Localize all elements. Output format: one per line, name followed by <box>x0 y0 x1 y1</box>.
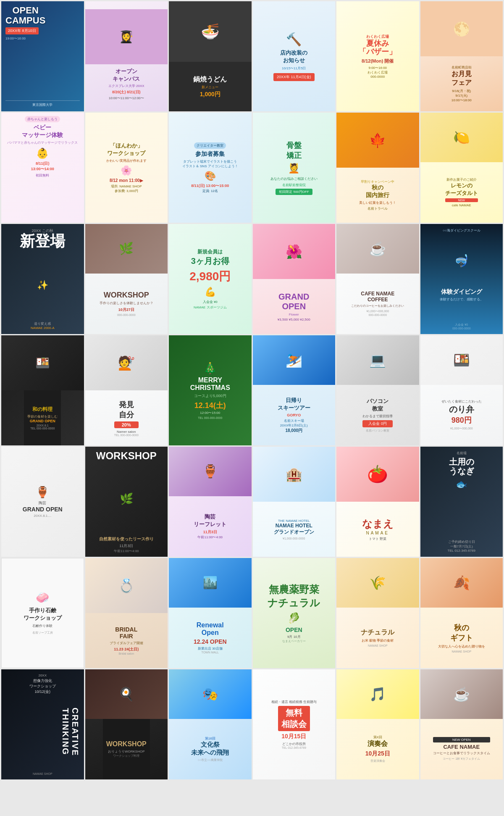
card-6-6[interactable]: 🍂 秋のギフト 大切な人へ心を込めた贈り物を NAMAE SHOP <box>420 558 503 668</box>
card-title: NAMAE HOTELグランドオープン <box>274 523 314 536</box>
card-5-6[interactable]: 名前場 土用のうなぎ 🐟 ご予約締め切り日一般7月7日(土)TEL 012-34… <box>420 447 503 557</box>
card-title: 無料相談会 <box>278 706 310 731</box>
card-2-2[interactable]: 「ほんわか」ワークショップ かわいい実用品が作れます 🌸 8/12 mon 11… <box>85 113 168 223</box>
card-7-4[interactable]: 相続・遺言 相続税務 生前贈与 無料相談会 10月15日 どこかの市役所 TEL… <box>253 669 336 779</box>
card-6-5[interactable]: 🌾 ナチュラル お米 穀物 季節の食材 NAMAE SHOP <box>336 558 419 668</box>
card-7-6[interactable]: ☕ NEW OPEN CAFE NAMAE コーヒーとお食事でリラックスタイム … <box>420 669 503 779</box>
card-5-2[interactable]: WORKSHOP 🌿 自然素材を使ったリース作り 11月3日 午前11:00〜4… <box>85 447 168 557</box>
card-5-1[interactable]: 🏺 陶芸 GRAND OPEN 20XX.8.1.... <box>1 447 84 557</box>
card-2-1[interactable]: 赤ちゃんと楽しもう ベビーマッサージ体験 パパママと赤ちゃんのマッサージでリラッ… <box>1 113 84 223</box>
card-3-2[interactable]: 🌿 WORKSHOP 手作りの楽しさを体験しませんか？ 10月27日 000-0… <box>85 224 168 334</box>
card-title: BRIDALFAIR <box>110 626 143 640</box>
card-5-3[interactable]: 🏺 陶芸リーフレット 11月3日 午前11:00〜4:00 <box>169 447 252 557</box>
card-title: 骨盤矯正 <box>286 140 302 161</box>
card-title: MERRYCHRISTMAS <box>190 376 230 392</box>
card-7-2[interactable]: 🍳 WORKSHOP おりょうりWORKSHOP ワークショップ料理 <box>85 669 168 779</box>
card-title: 秋のギフト <box>438 623 485 643</box>
card-title: 体験ダイビング <box>440 288 483 296</box>
card-1-3[interactable]: 🍜 鍋焼うどん 新メニュー 1,000円 <box>169 1 252 111</box>
card-title: 店内改装のお知らせ <box>280 49 307 64</box>
card-title: ナチュラル <box>361 628 394 637</box>
card-date: 20XX年 8月10日 <box>5 27 39 34</box>
card-title: 無農薬野菜ナチュラル <box>268 583 320 610</box>
card-title: レモンのチーズタルト <box>445 182 478 197</box>
card-title: なまえ <box>362 517 394 531</box>
card-title: 夏休み「バザー」 <box>359 39 396 56</box>
card-3-1[interactable]: 20XX この秋 新登場 ✨ 道り変え感 NAMAE 2000-A <box>1 224 84 334</box>
card-1-2[interactable]: 👩‍🎓 オープンキャンパス エクスプレス大学 20XX 8/20(土) 8/21… <box>85 1 168 111</box>
card-4-6[interactable]: 🍱 ぜいたく食材にこだわった のり弁 980円 ¥1,000〜000,000 <box>420 335 503 445</box>
card-7-1[interactable]: 20XX 想像力強化ワークショップ10/12(金) CREATIVE THINK… <box>1 669 84 779</box>
card-title: CAFE NAMAECOFFEE <box>351 291 404 303</box>
card-title: オープンキャンパス <box>89 68 165 83</box>
card-title: 土用のうなぎ <box>425 457 499 476</box>
card-title: 文化祭未来への飛翔 <box>191 741 229 757</box>
card-6-4[interactable]: 無農薬野菜ナチュラル 🥬 OPEN 9月 10月 なまえベーカリー <box>253 558 336 668</box>
card-6-2[interactable]: 💍 BRIDALFAIR ブライダルフェア開催 11.23 24(土日) Bri… <box>85 558 168 668</box>
card-1-5[interactable]: わくわく広場 夏休み「バザー」 8/12(Mon) 開催 9:00〜16:00 … <box>336 1 419 111</box>
card-2-5[interactable]: 🍁 早割りキャンペーン中 秋の国内旅行 美しい紅葉を楽しもう！ 名前トラベル <box>336 113 419 223</box>
card-title: パソコン教室 <box>362 397 393 413</box>
card-title: 新登場 <box>5 234 80 249</box>
card-title: WORKSHOP <box>89 450 165 462</box>
card-1-4[interactable]: 🔨 店内改装のお知らせ 10/15〜11月5日 20XX年 11月4日(金) <box>253 1 336 111</box>
card-title: 鍋焼うどん <box>172 75 248 84</box>
card-title: 発見自分 <box>114 400 139 420</box>
card-title: 3ヶ月お得 <box>191 255 229 267</box>
card-3-5[interactable]: ☕ CAFE NAMAECOFFEE こだわりのコーヒーをお楽しみください ¥1… <box>336 224 419 334</box>
card-title: ベビーマッサージ体験 <box>22 124 63 139</box>
card-4-2[interactable]: 💇 発見自分 20% Namer salon TEL 000-000-0000 <box>85 335 168 445</box>
card-title: 和の料理 <box>27 406 58 413</box>
card-title: GRANDOPEN <box>278 292 310 311</box>
card-title: 「ほんわか」ワークショップ <box>107 142 145 157</box>
card-title: OPENCAMPUS <box>5 5 45 26</box>
card-title: のり弁 <box>441 404 482 415</box>
card-6-1[interactable]: 🧼 手作り石鹸ワークショップ 石鹸作り体験 名前ソープ工房 <box>1 558 84 668</box>
card-title: WORKSHOP <box>106 740 147 748</box>
card-3-6[interactable]: ○○海ダイビングスクール 🤿 体験ダイビング 体験するだけで、感動する。 入会金… <box>420 224 503 334</box>
card-4-4[interactable]: ⛷️ 日帰りスキーツアー GORYO 名前スキー場20XX年2月6日(土) 18… <box>253 335 336 445</box>
card-title: CREATIVE THINKING <box>5 695 80 769</box>
card-7-3[interactable]: 🎭 第16回 文化祭未来への飛翔 ○○市立○○商業学院 <box>169 669 252 779</box>
card-title: 演奏会 <box>365 740 390 748</box>
card-title: 日帰りスキーツアー <box>278 397 310 412</box>
card-2-4[interactable]: 骨盤矯正 💆 あなたのお悩みご相談ください 名前駅前整骨院 初回限定 500円O… <box>253 113 336 223</box>
card-3-4[interactable]: 🌺 GRANDOPEN Flower ¥3,500 ¥5,000 ¥2,500 <box>253 224 336 334</box>
card-5-4[interactable]: 🏨 THE NAMAE HOTEL NAMAE HOTELグランドオープン ¥1… <box>253 447 336 557</box>
card-title: 手作り石鹸ワークショップ <box>24 607 62 622</box>
card-4-5[interactable]: 💻 パソコン教室 わかるまで親切指導 入会金 0円 名前パソコン教室 <box>336 335 419 445</box>
card-2-6[interactable]: 🍋 新作お菓子のご紹介 レモンのチーズタルト NEW cafe NAMAE <box>420 113 503 223</box>
card-title: RenewalOpen <box>194 621 227 637</box>
card-2-3[interactable]: クリエイター教室 参加者募集 タブレット端末でイラストを描こうイラスト＆ SNS… <box>169 113 252 223</box>
card-title: GRAND OPEN <box>23 506 63 513</box>
card-3-3[interactable]: 新規会員は 3ヶ月お得 2,980円 💪 入会金 ¥0 NAMAE スポーツジム <box>169 224 252 334</box>
card-7-5[interactable]: 🎵 第X回 演奏会 10月25日 音楽演奏会 <box>336 669 419 779</box>
card-title: 秋の国内旅行 <box>359 184 396 199</box>
poster-grid: OPENCAMPUS 20XX年 8月10日 19:00〜16:00 東京国際大… <box>0 0 504 781</box>
card-title: CAFE NAMAE <box>433 744 490 750</box>
card-title: WORKSHOP <box>100 291 153 300</box>
card-6-3[interactable]: 🏙️ RenewalOpen 12.24 OPEN 新業出店 30店舗 TOWN… <box>169 558 252 668</box>
card-title: お月見フェア <box>424 70 500 87</box>
card-4-3[interactable]: 🎄 MERRYCHRISTMAS コースより5,000円 12.14(土) 12… <box>169 335 252 445</box>
card-1-1[interactable]: OPENCAMPUS 20XX年 8月10日 19:00〜16:00 東京国際大… <box>1 1 84 111</box>
card-1-6[interactable]: 🌕 名前町商店街 お月見フェア 9/16(月・祝)9/17(火)10:00〜18… <box>420 1 503 111</box>
card-title: 陶芸リーフレット <box>194 513 226 528</box>
card-4-1[interactable]: 🍱 和の料理 季節の食材を楽しむ GRAND OPEN 20XX.8.1 TEL… <box>1 335 84 445</box>
card-5-5[interactable]: 🍅 なまえ NAMAE トマト 野菜 <box>336 447 419 557</box>
card-title: 参加者募集 <box>195 150 225 158</box>
